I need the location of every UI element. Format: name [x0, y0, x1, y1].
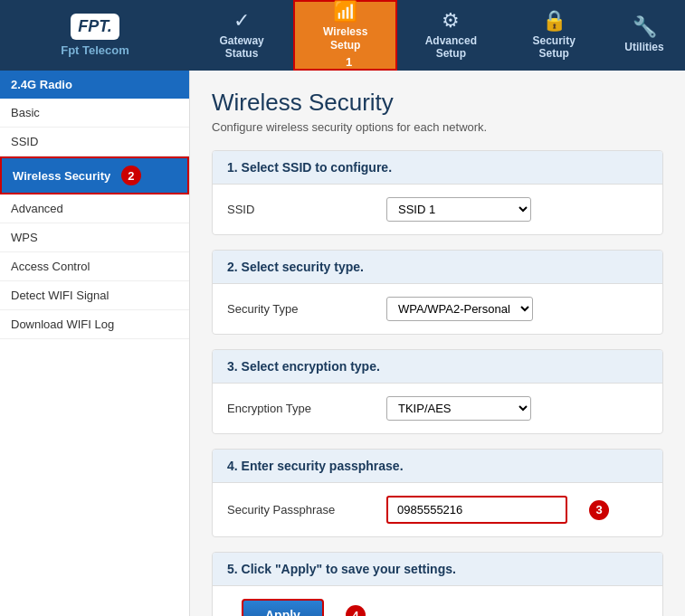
- ssid-select[interactable]: SSID 1 SSID 2 SSID 3 SSID 4: [386, 197, 531, 222]
- layout: 2.4G Radio Basic SSID Wireless Security …: [0, 71, 685, 616]
- sidebar-badge: 2: [121, 166, 141, 185]
- tab-gateway-status[interactable]: ✓ Gateway Status: [190, 0, 293, 71]
- header: FPT. Fpt Telecom ✓ Gateway Status 📶 Wire…: [0, 0, 685, 71]
- sidebar-item-download-wifi-log[interactable]: Download WIFI Log: [0, 310, 189, 339]
- sidebar-section-header: 2.4G Radio: [0, 71, 189, 99]
- nav-tabs: ✓ Gateway Status 📶 Wireless Setup 1 ⚙ Ad…: [190, 0, 685, 71]
- ssid-label: SSID: [227, 203, 372, 216]
- wireless-setup-icon: 📶: [333, 2, 357, 22]
- tab-security-setup[interactable]: 🔒 Security Setup: [504, 0, 604, 71]
- tab-gateway-status-label: Gateway Status: [208, 34, 275, 61]
- security-type-row: Security Type WPA/WPA2-Personal WPA2-Per…: [213, 284, 662, 334]
- sidebar-item-wps[interactable]: WPS: [0, 223, 189, 252]
- sidebar-item-ssid[interactable]: SSID: [0, 128, 189, 156]
- logo-subtitle: Fpt Telecom: [61, 43, 129, 57]
- tab-utilities[interactable]: 🔧 Utilities: [604, 0, 685, 71]
- tab-utilities-label: Utilities: [624, 41, 663, 53]
- ssid-row: SSID SSID 1 SSID 2 SSID 3 SSID 4: [213, 185, 662, 234]
- tab-security-setup-label: Security Setup: [522, 34, 585, 61]
- section-encryption-type-title: 3. Select encryption type.: [213, 350, 662, 384]
- page-title: Wireless Security: [212, 89, 663, 117]
- sidebar-item-advanced[interactable]: Advanced: [0, 194, 189, 223]
- section-apply-title: 5. Click "Apply" to save your settings.: [213, 553, 662, 586]
- encryption-type-row: Encryption Type TKIP/AES TKIP AES: [213, 384, 662, 433]
- apply-button[interactable]: Apply: [242, 599, 324, 616]
- section-ssid-title: 1. Select SSID to configure.: [213, 151, 662, 185]
- main-content: Wireless Security Configure wireless sec…: [190, 71, 685, 616]
- section-encryption-type: 3. Select encryption type. Encryption Ty…: [212, 349, 663, 434]
- passphrase-label: Security Passphrase: [227, 503, 372, 516]
- passphrase-badge: 3: [589, 500, 609, 520]
- tab-advanced-setup-label: Advanced Setup: [415, 34, 486, 61]
- sidebar: 2.4G Radio Basic SSID Wireless Security …: [0, 71, 190, 616]
- passphrase-row: Security Passphrase 3: [213, 483, 662, 536]
- section-security-type-title: 2. Select security type.: [213, 251, 662, 284]
- tab-advanced-setup[interactable]: ⚙ Advanced Setup: [397, 0, 504, 71]
- apply-badge: 4: [346, 605, 366, 616]
- logo-box: FPT.: [71, 14, 119, 40]
- section-apply: 5. Click "Apply" to save your settings. …: [212, 552, 663, 616]
- sidebar-item-wireless-security[interactable]: Wireless Security 2: [0, 156, 189, 194]
- section-security-type: 2. Select security type. Security Type W…: [212, 250, 663, 335]
- gateway-status-icon: ✓: [233, 11, 250, 31]
- sidebar-item-detect-wifi[interactable]: Detect WIFI Signal: [0, 281, 189, 310]
- section-passphrase: 4. Enter security passphrase. Security P…: [212, 449, 663, 537]
- logo-area: FPT. Fpt Telecom: [0, 0, 190, 71]
- security-setup-icon: 🔒: [542, 11, 566, 31]
- utilities-icon: 🔧: [633, 17, 657, 37]
- page-subtitle: Configure wireless security options for …: [212, 120, 663, 134]
- security-type-label: Security Type: [227, 302, 372, 316]
- advanced-setup-icon: ⚙: [442, 11, 460, 31]
- wireless-tab-badge: 1: [339, 55, 359, 69]
- security-type-select[interactable]: WPA/WPA2-Personal WPA2-Personal WPA-Pers…: [386, 297, 533, 321]
- tab-wireless-setup[interactable]: 📶 Wireless Setup 1: [293, 0, 397, 71]
- section-passphrase-title: 4. Enter security passphrase.: [213, 450, 662, 483]
- encryption-type-select[interactable]: TKIP/AES TKIP AES: [386, 396, 531, 421]
- sidebar-item-basic[interactable]: Basic: [0, 99, 189, 128]
- sidebar-item-access-control[interactable]: Access Control: [0, 252, 189, 281]
- section-ssid-select: 1. Select SSID to configure. SSID SSID 1…: [212, 150, 663, 235]
- passphrase-input[interactable]: [386, 496, 567, 524]
- apply-row: Apply 4: [213, 586, 662, 616]
- logo-text: FPT.: [78, 17, 112, 36]
- encryption-type-label: Encryption Type: [227, 402, 372, 415]
- tab-wireless-setup-label: Wireless Setup: [313, 25, 377, 52]
